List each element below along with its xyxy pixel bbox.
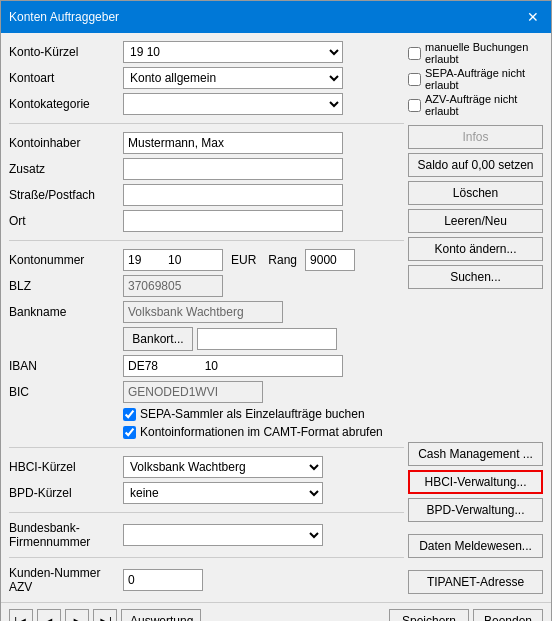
bic-row: BIC [9,381,404,403]
bpd-verwaltung-button[interactable]: BPD-Verwaltung... [408,498,543,522]
kontoart-select[interactable]: Konto allgemein [123,67,343,89]
zusatz-label: Zusatz [9,162,119,176]
close-button[interactable]: ✕ [523,7,543,27]
hbci-verwaltung-button[interactable]: HBCI-Verwaltung... [408,470,543,494]
tipanet-button[interactable]: TIPANET-Adresse [408,570,543,594]
bankort-button[interactable]: Bankort... [123,327,193,351]
sepa-sammler-label: SEPA-Sammler als Einzelaufträge buchen [140,407,365,421]
kontoart-row: Kontoart Konto allgemein [9,67,404,89]
blz-label: BLZ [9,279,119,293]
left-area: Konto-Kürzel 19 10 Kontoart Konto allgem… [9,41,404,594]
manuelle-buchungen-checkbox[interactable] [408,47,421,60]
bpd-kuerzel-select[interactable]: keine [123,482,323,504]
kontonummer-row: Kontonummer EUR Rang [9,249,404,271]
main-area: Konto-Kürzel 19 10 Kontoart Konto allgem… [9,41,543,594]
nav-prev-button[interactable]: ◄ [37,609,61,621]
kontoinhaber-input[interactable] [123,132,343,154]
iban-input[interactable] [123,355,343,377]
kontonummer-label: Kontonummer [9,253,119,267]
ort-input[interactable] [123,210,343,232]
kontokategorie-select[interactable] [123,93,343,115]
bundesbank-row: Bundesbank-Firmennummer [9,521,404,549]
rang-input[interactable] [305,249,355,271]
auswertung-button[interactable]: Auswertung [121,609,201,621]
content-area: Konto-Kürzel 19 10 Kontoart Konto allgem… [1,33,551,602]
iban-label: IBAN [9,359,119,373]
beenden-button[interactable]: Beenden [473,609,543,621]
main-window: Konten Auftraggeber ✕ Konto-Kürzel 19 10… [0,0,552,621]
bpd-kuerzel-row: BPD-Kürzel keine [9,482,404,504]
kontokategorie-row: Kontokategorie [9,93,404,115]
sepa-sammler-checkbox[interactable] [123,408,136,421]
loeschen-button[interactable]: Löschen [408,181,543,205]
bic-label: BIC [9,385,119,399]
kontoart-label: Kontoart [9,71,119,85]
titlebar: Konten Auftraggeber ✕ [1,1,551,33]
konto-kuerzel-row: Konto-Kürzel 19 10 [9,41,404,63]
nav-last-button[interactable]: ►| [93,609,117,621]
cash-management-button[interactable]: Cash Management ... [408,442,543,466]
sepa-nicht-erlaubt-row: SEPA-Aufträge nicht erlaubt [408,67,543,91]
azv-nicht-erlaubt-checkbox[interactable] [408,99,421,112]
infos-button[interactable]: Infos [408,125,543,149]
iban-row: IBAN [9,355,404,377]
hbci-kuerzel-label: HBCI-Kürzel [9,460,119,474]
hbci-kuerzel-row: HBCI-Kürzel Volksbank Wachtberg [9,456,404,478]
daten-meldewesen-button[interactable]: Daten Meldewesen... [408,534,543,558]
zusatz-input[interactable] [123,158,343,180]
bic-input[interactable] [123,381,263,403]
kontoinhaber-row: Kontoinhaber [9,132,404,154]
konto-kuerzel-select[interactable]: 19 10 [123,41,343,63]
konto-camt-checkbox[interactable] [123,426,136,439]
bundesbank-label: Bundesbank-Firmennummer [9,521,119,549]
window-title: Konten Auftraggeber [9,10,119,24]
bankname-label: Bankname [9,305,119,319]
rang-label: Rang [268,253,297,267]
strasse-row: Straße/Postfach [9,184,404,206]
azv-nicht-erlaubt-label: AZV-Aufträge nicht erlaubt [425,93,543,117]
konto-camt-label: Kontoinformationen im CAMT-Format abrufe… [140,425,383,439]
bankort-input[interactable] [197,328,337,350]
bundesbank-select[interactable] [123,524,323,546]
strasse-input[interactable] [123,184,343,206]
kunden-azv-input[interactable] [123,569,203,591]
zusatz-row: Zusatz [9,158,404,180]
nav-next-button[interactable]: ► [65,609,89,621]
currency-label: EUR [231,253,256,267]
sepa-nicht-erlaubt-label: SEPA-Aufträge nicht erlaubt [425,67,543,91]
hbci-kuerzel-select[interactable]: Volksbank Wachtberg [123,456,323,478]
strasse-label: Straße/Postfach [9,188,119,202]
kunden-azv-label: Kunden-Nummer AZV [9,566,119,594]
ort-label: Ort [9,214,119,228]
kontoinhaber-label: Kontoinhaber [9,136,119,150]
bottom-bar: |◄ ◄ ► ►| Auswertung Speichern Beenden [1,602,551,621]
sepa-sammler-row: SEPA-Sammler als Einzelaufträge buchen [123,407,404,421]
suchen-button[interactable]: Suchen... [408,265,543,289]
konto-aendern-button[interactable]: Konto ändern... [408,237,543,261]
saldo-button[interactable]: Saldo auf 0,00 setzen [408,153,543,177]
ort-row: Ort [9,210,404,232]
kunden-azv-row: Kunden-Nummer AZV [9,566,404,594]
manuelle-buchungen-row: manuelle Buchungen erlaubt [408,41,543,65]
bankname-row: Bankname [9,301,404,323]
bankname-input[interactable] [123,301,283,323]
konto-kuerzel-label: Konto-Kürzel [9,45,119,59]
blz-row: BLZ [9,275,404,297]
kontokategorie-label: Kontokategorie [9,97,119,111]
nav-first-button[interactable]: |◄ [9,609,33,621]
bankort-row: Bankort... [9,327,404,351]
leeren-neu-button[interactable]: Leeren/Neu [408,209,543,233]
bpd-kuerzel-label: BPD-Kürzel [9,486,119,500]
azv-nicht-erlaubt-row: AZV-Aufträge nicht erlaubt [408,93,543,117]
speichern-button[interactable]: Speichern [389,609,469,621]
konto-camt-row: Kontoinformationen im CAMT-Format abrufe… [123,425,404,439]
sepa-nicht-erlaubt-checkbox[interactable] [408,73,421,86]
kontonummer-input[interactable] [123,249,223,271]
manuelle-buchungen-label: manuelle Buchungen erlaubt [425,41,543,65]
blz-input[interactable] [123,275,223,297]
